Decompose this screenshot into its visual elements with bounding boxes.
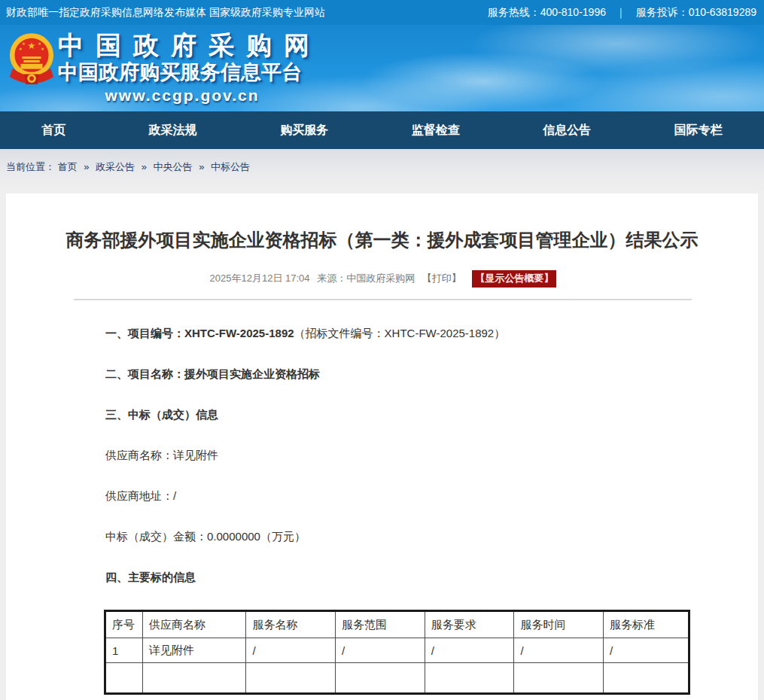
col-header-service-require: 服务要求 — [425, 611, 514, 638]
breadcrumb-prefix: 当前位置： — [6, 161, 55, 172]
topbar-contacts: 服务热线：400-810-1996 ｜ 服务投诉：010-63819289 — [488, 6, 756, 20]
cell-service-time: / — [514, 638, 604, 663]
nav-item-announcements[interactable]: 信息公告 — [543, 123, 591, 138]
nav-item-international[interactable]: 国际专栏 — [674, 123, 723, 138]
site-subtitle: 中国政府购买服务信息平台 — [58, 60, 306, 85]
svg-text:★: ★ — [27, 41, 35, 51]
cell-empty — [336, 663, 425, 694]
national-emblem-icon: ★ ★ ★ ★ ★ — [8, 29, 55, 95]
nav-item-home[interactable]: 首页 — [41, 123, 65, 138]
cell-supplier: 详见附件 — [142, 638, 246, 663]
cell-empty — [514, 663, 604, 694]
breadcrumb: 当前位置： 首页 » 政采公告 » 中央公告 » 中标公告 — [6, 161, 250, 172]
breadcrumb-home[interactable]: 首页 — [58, 161, 78, 172]
title-divider — [74, 299, 692, 300]
col-header-supplier: 供应商名称 — [142, 611, 246, 638]
cell-service-standard: / — [604, 638, 689, 663]
cell-empty — [246, 663, 336, 694]
main-nav: 首页 政采法规 购买服务 监督检查 信息公告 国际专栏 — [0, 111, 764, 149]
breadcrumb-award-notices[interactable]: 中标公告 — [211, 161, 250, 172]
cell-service-require: / — [425, 638, 514, 663]
col-header-service-name: 服务名称 — [246, 611, 336, 638]
breadcrumb-central-notices[interactable]: 中央公告 — [154, 161, 193, 172]
paragraph-supplier-address: 供应商地址：/ — [105, 488, 690, 504]
table-row: 1 详见附件 / / / / / — [105, 638, 689, 663]
cell-empty — [142, 663, 246, 694]
cell-service-scope: / — [336, 638, 425, 663]
breadcrumb-band: 当前位置： 首页 » 政采公告 » 中央公告 » 中标公告 — [0, 149, 764, 193]
show-summary-button[interactable]: 【显示公告概要】 — [472, 270, 556, 288]
svg-text:★: ★ — [41, 47, 44, 51]
article-body: 一、项目编号：XHTC-FW-2025-1892（招标文件编号：XHTC-FW-… — [6, 325, 758, 695]
paragraph-award-amount: 中标（成交）金额：0.0000000（万元） — [105, 528, 690, 544]
site-title: 中国政府采购网 — [58, 30, 306, 60]
col-header-service-scope: 服务范围 — [336, 611, 425, 638]
breadcrumb-separator: » — [142, 161, 147, 172]
topbar-separator: ｜ — [616, 6, 626, 20]
article-title: 商务部援外项目实施企业资格招标（第一类：援外成套项目管理企业）结果公示 — [32, 229, 732, 251]
paragraph-main-subject-heading: 四、主要标的信息 — [105, 569, 690, 585]
paragraph-project-name: 二、项目名称：援外项目实施企业资格招标 — [105, 366, 690, 382]
publish-datetime: 2025年12月12日 17:04 — [210, 272, 310, 284]
table-row-empty — [105, 663, 689, 694]
article-panel: 商务部援外项目实施企业资格招标（第一类：援外成套项目管理企业）结果公示 2025… — [6, 193, 758, 700]
nav-item-services[interactable]: 购买服务 — [280, 123, 328, 138]
nav-item-supervision[interactable]: 监督检查 — [412, 123, 460, 138]
article-meta: 2025年12月12日 17:04 来源：中国政府采购网 【打印】 【显示公告概… — [6, 270, 758, 288]
main-subject-table: 序号 供应商名称 服务名称 服务范围 服务要求 服务时间 服务标准 1 详见附件… — [104, 610, 690, 695]
breadcrumb-separator: » — [199, 161, 204, 172]
site-url: www.ccgp.gov.cn — [58, 85, 306, 105]
table-header-row: 序号 供应商名称 服务名称 服务范围 服务要求 服务时间 服务标准 — [105, 611, 689, 638]
paragraph-supplier-name: 供应商名称：详见附件 — [105, 447, 690, 463]
svg-text:★: ★ — [19, 47, 23, 51]
breadcrumb-procurement-notices[interactable]: 政采公告 — [96, 161, 135, 172]
col-header-service-time: 服务时间 — [514, 611, 604, 638]
svg-text:★: ★ — [22, 41, 26, 46]
cell-index: 1 — [105, 638, 143, 663]
service-hotline: 服务热线：400-810-1996 — [488, 6, 606, 20]
col-header-service-standard: 服务标准 — [604, 611, 689, 638]
print-button[interactable]: 【打印】 — [422, 272, 461, 284]
paragraph-award-info-heading: 三、中标（成交）信息 — [105, 406, 690, 422]
site-header: ★ ★ ★ ★ ★ 中国政府采购网 中国政府购买服务信息平台 www.ccgp.… — [0, 25, 764, 111]
cell-empty — [425, 663, 514, 694]
nav-item-regulations[interactable]: 政采法规 — [149, 123, 197, 138]
article-source: 来源：中国政府采购网 — [317, 272, 415, 284]
site-logo: 中国政府采购网 中国政府购买服务信息平台 www.ccgp.gov.cn — [58, 30, 306, 105]
paragraph-project-number: 一、项目编号：XHTC-FW-2025-1892（招标文件编号：XHTC-FW-… — [105, 325, 690, 341]
top-utility-bar: 财政部唯一指定政府采购信息网络发布媒体 国家级政府采购专业网站 服务热线：400… — [0, 0, 764, 25]
breadcrumb-separator: » — [84, 161, 89, 172]
cell-empty — [604, 663, 689, 694]
cell-empty — [105, 663, 143, 694]
service-complaint: 服务投诉：010-63819289 — [636, 6, 756, 20]
cell-service-name: / — [246, 638, 336, 663]
svg-text:★: ★ — [38, 41, 41, 46]
col-header-index: 序号 — [105, 611, 143, 638]
site-slogan: 财政部唯一指定政府采购信息网络发布媒体 国家级政府采购专业网站 — [6, 6, 325, 20]
